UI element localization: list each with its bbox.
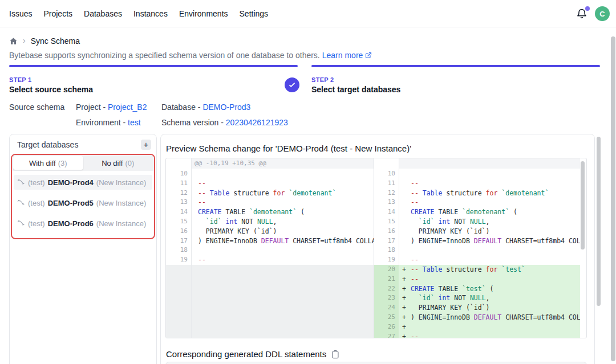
editor-vertical-scrollbar[interactable] bbox=[581, 161, 585, 250]
target-databases-panel: Target databases + With diff (3) No diff… bbox=[9, 134, 157, 364]
nav-right: C bbox=[576, 0, 610, 27]
list-item-demo-prod4[interactable]: (test) DEMO-Prod4 (New Instance) bbox=[14, 175, 152, 190]
preview-title: Preview Schema change for 'DEMO-Prod4 (t… bbox=[166, 144, 411, 153]
source-schema-label: Source schema bbox=[9, 103, 64, 112]
db-suffix: (New Instance) bbox=[96, 219, 146, 228]
mysql-engine-icon bbox=[17, 199, 25, 207]
diff-line-23: 23+ `id` int NOT NULL, bbox=[374, 293, 580, 303]
db-suffix: (New Instance) bbox=[96, 178, 146, 187]
copy-ddl-icon[interactable] bbox=[331, 350, 339, 359]
schema-version-link[interactable]: 20230426121923 bbox=[226, 118, 288, 127]
step1-complete-check-icon bbox=[285, 77, 299, 92]
diff-line-22: 22+CREATE TABLE `test` ( bbox=[374, 284, 580, 294]
diff-line-15: 15 `id` int NOT NULL, bbox=[374, 217, 580, 227]
diff-line-20: 20+-- Table structure for `test` bbox=[374, 265, 580, 275]
nav-item-databases[interactable]: Databases bbox=[84, 9, 122, 18]
top-navigation: Issues Projects Databases Instances Envi… bbox=[0, 0, 616, 27]
tab-no-diff[interactable]: No diff (0) bbox=[83, 156, 153, 170]
diff-line-18: 18 bbox=[374, 246, 580, 255]
gutter-divider bbox=[399, 158, 399, 338]
source-database: Database - DEMO-Prod3 bbox=[161, 103, 250, 112]
diff-line-13: 13-- bbox=[166, 198, 374, 207]
schema-preview-panel: Preview Schema change for 'DEMO-Prod4 (t… bbox=[160, 134, 595, 364]
schema-version-label: Schema version - bbox=[161, 118, 224, 127]
diff-line-25: 25+) ENGINE=InnoDB DEFAULT CHARSET=utf8m… bbox=[374, 313, 580, 322]
diff-filter-tabs: With diff (3) No diff (0) bbox=[12, 155, 154, 171]
step1-label: STEP 1 bbox=[9, 76, 32, 83]
environment-link[interactable]: test bbox=[128, 118, 141, 127]
intro-sentence: Bytebase supports synchronizing a specif… bbox=[9, 51, 320, 60]
diff-line-11: 11-- bbox=[166, 179, 374, 189]
project-link[interactable]: Project_B2 bbox=[108, 103, 147, 112]
step1-progress-bar bbox=[9, 65, 298, 67]
db-env: (test) bbox=[28, 219, 45, 228]
db-env: (test) bbox=[28, 178, 45, 187]
step2-title: Select target databases bbox=[311, 85, 400, 94]
gutter-divider bbox=[191, 158, 192, 338]
db-suffix: (New Instance) bbox=[96, 199, 146, 207]
diff-line-14: 14CREATE TABLE `demotenant` ( bbox=[374, 207, 580, 217]
tab-with-diff[interactable]: With diff (3) bbox=[13, 156, 83, 170]
source-version: Schema version - 20230426121923 bbox=[161, 118, 288, 127]
db-name: DEMO-Prod4 bbox=[48, 178, 94, 187]
diff-line-13: 13-- bbox=[374, 198, 580, 207]
diff-line-19: 19-- bbox=[374, 255, 580, 265]
tab-with-diff-label: With diff bbox=[29, 159, 56, 167]
source-environment: Environment - test bbox=[76, 118, 141, 127]
diff-line-10: 10 bbox=[374, 169, 580, 179]
list-item-demo-prod5[interactable]: (test) DEMO-Prod5 (New Instance) bbox=[14, 195, 152, 210]
app-window: Issues Projects Databases Instances Envi… bbox=[0, 0, 616, 364]
nav-item-issues[interactable]: Issues bbox=[9, 9, 32, 18]
diff-line-10: 10 bbox=[166, 169, 374, 179]
intro-text: Bytebase supports synchronizing a specif… bbox=[9, 51, 372, 60]
main-nav: Issues Projects Databases Instances Envi… bbox=[9, 0, 268, 27]
preview-panel-scrollbar[interactable] bbox=[597, 137, 601, 306]
diff-hunk-header: @@ -10,19 +10,35 @@ bbox=[191, 158, 374, 169]
diff-modified-pane[interactable]: 1011--12-- Table structure for `demotena… bbox=[374, 169, 580, 338]
pane-divider bbox=[374, 158, 374, 338]
environment-label: Environment - bbox=[76, 118, 125, 127]
breadcrumb: › Sync Schema bbox=[9, 36, 80, 46]
diff-line-12: 12-- Table structure for `demotenant` bbox=[374, 189, 580, 198]
diff-line-18: 18 bbox=[166, 246, 374, 255]
nav-item-settings[interactable]: Settings bbox=[240, 9, 269, 18]
project-label: Project - bbox=[76, 103, 106, 112]
avatar[interactable]: C bbox=[595, 6, 610, 21]
database-link[interactable]: DEMO-Prod3 bbox=[202, 103, 250, 112]
diff-line-26: 26+ bbox=[374, 322, 580, 332]
target-database-list: (test) DEMO-Prod4 (New Instance) (test) … bbox=[12, 171, 154, 231]
diff-line-21: 21+-- bbox=[374, 275, 580, 284]
target-panel-title: Target databases bbox=[17, 140, 78, 149]
ddl-section-header: Corresponding generated DDL statements bbox=[166, 349, 339, 359]
mysql-engine-icon bbox=[17, 178, 25, 186]
diff-line-17: 17) ENGINE=InnoDB DEFAULT CHARSET=utf8mb… bbox=[166, 236, 374, 246]
home-icon[interactable] bbox=[9, 37, 18, 46]
list-item-demo-prod6[interactable]: (test) DEMO-Prod6 (New Instance) bbox=[14, 216, 152, 231]
add-target-database-button[interactable]: + bbox=[141, 140, 151, 150]
diff-line-16: 16 PRIMARY KEY (`id`) bbox=[374, 227, 580, 236]
db-env: (test) bbox=[28, 199, 45, 207]
target-panel-header: Target databases + bbox=[10, 134, 156, 154]
diff-line-14: 14CREATE TABLE `demotenant` ( bbox=[166, 207, 374, 217]
target-list-highlight-box: With diff (3) No diff (0) (test) DEMO-Pr… bbox=[11, 154, 155, 239]
step2-progress-bar bbox=[311, 65, 600, 67]
notification-bell-icon[interactable] bbox=[576, 8, 587, 19]
learn-more-link[interactable]: Learn more bbox=[322, 51, 363, 60]
diff-editor[interactable]: @@ -10,19 +10,35 @@ 1011--12-- Table str… bbox=[165, 158, 587, 338]
external-link-icon[interactable] bbox=[365, 52, 372, 59]
nav-item-instances[interactable]: Instances bbox=[133, 9, 168, 18]
diff-line-24: 24+ PRIMARY KEY (`id`) bbox=[374, 303, 580, 313]
breadcrumb-page: Sync Schema bbox=[31, 36, 80, 46]
db-name: DEMO-Prod5 bbox=[48, 199, 94, 207]
diff-original-pane[interactable]: 1011--12-- Table structure for `demotena… bbox=[166, 169, 374, 338]
nav-item-projects[interactable]: Projects bbox=[43, 9, 72, 18]
diff-line-27: 27+-- bbox=[374, 332, 580, 338]
page-scrollbar[interactable] bbox=[611, 36, 615, 361]
step2-label: STEP 2 bbox=[311, 76, 334, 83]
step1-title: Select source schema bbox=[9, 85, 93, 94]
diff-line-19: 19-- bbox=[166, 255, 374, 265]
nav-item-environments[interactable]: Environments bbox=[179, 9, 228, 18]
diff-line-12: 12-- Table structure for `demotenant` bbox=[166, 189, 374, 198]
chevron-right-icon: › bbox=[23, 36, 26, 45]
notification-dot bbox=[585, 6, 590, 11]
